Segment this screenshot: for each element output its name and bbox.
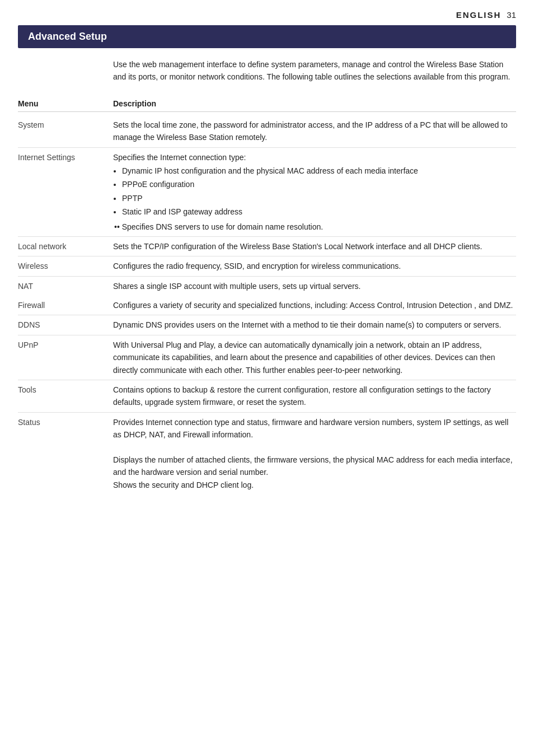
desc-upnp: With Universal Plug and Play, a device c…	[113, 339, 516, 376]
table-row: DDNS Dynamic DNS provides users on the I…	[18, 315, 516, 334]
desc-ddns: Dynamic DNS provides users on the Intern…	[113, 319, 516, 331]
page-header: ENGLISH 31	[0, 0, 534, 25]
table-header-row: Menu Description	[18, 99, 516, 112]
table-row: UPnP With Universal Plug and Play, a dev…	[18, 335, 516, 380]
desc-nat: Shares a single ISP account with multipl…	[113, 280, 516, 292]
desc-system: Sets the local time zone, the password f…	[113, 119, 516, 144]
desc-internet-settings: Specifies the Internet connection type: …	[113, 151, 516, 233]
table-row: NAT Shares a single ISP account with mul…	[18, 277, 516, 296]
content-table: Menu Description System Sets the local t…	[18, 99, 516, 494]
col-menu-header: Menu	[18, 99, 113, 108]
menu-label-system: System	[18, 119, 113, 131]
desc-tools: Contains options to backup & restore the…	[113, 384, 516, 409]
desc-status: Provides Internet connection type and st…	[113, 416, 516, 491]
table-row: Status Provides Internet connection type…	[18, 413, 516, 494]
table-row: System Sets the local time zone, the pas…	[18, 115, 516, 147]
desc-firewall: Configures a variety of security and spe…	[113, 299, 516, 311]
menu-label-local-network: Local network	[18, 240, 113, 253]
table-row: Firewall Configures a variety of securit…	[18, 296, 516, 315]
menu-label-status: Status	[18, 416, 113, 428]
col-desc-header: Description	[113, 99, 516, 108]
language-label: ENGLISH	[456, 10, 502, 20]
page-number: 31	[507, 10, 516, 20]
menu-label-upnp: UPnP	[18, 339, 113, 351]
table-row: Local network Sets the TCP/IP configurat…	[18, 237, 516, 256]
main-content: Advanced Setup Use the web management in…	[0, 25, 534, 517]
table-row: Wireless Configures the radio frequency,…	[18, 256, 516, 276]
menu-label-firewall: Firewall	[18, 299, 113, 311]
menu-label-nat: NAT	[18, 280, 113, 292]
intro-text: Use the web management interface to defi…	[18, 58, 516, 83]
desc-local-network: Sets the TCP/IP configuration of the Wir…	[113, 240, 516, 253]
menu-label-ddns: DDNS	[18, 319, 113, 331]
table-row: Tools Contains options to backup & resto…	[18, 380, 516, 412]
section-title: Advanced Setup	[18, 25, 516, 48]
menu-label-internet-settings: Internet Settings	[18, 151, 113, 164]
table-row: Internet Settings Specifies the Internet…	[18, 148, 516, 236]
menu-label-wireless: Wireless	[18, 260, 113, 272]
desc-wireless: Configures the radio frequency, SSID, an…	[113, 260, 516, 272]
menu-label-tools: Tools	[18, 384, 113, 396]
